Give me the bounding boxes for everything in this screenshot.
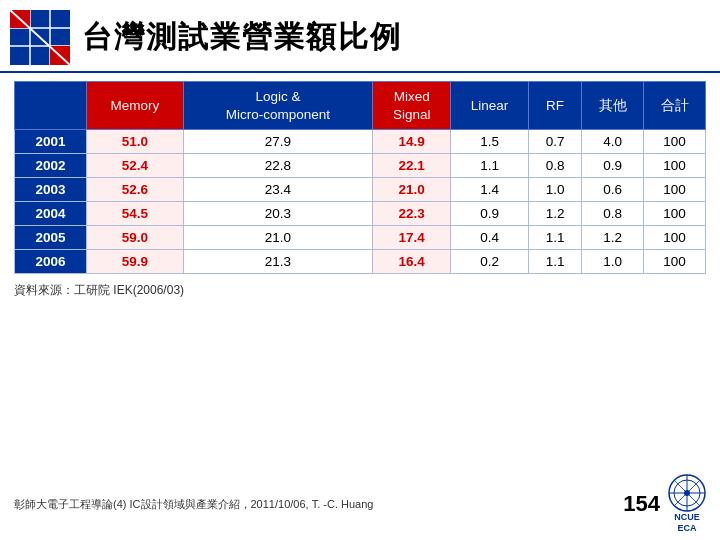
cell-total: 100 — [644, 250, 706, 274]
data-table-wrapper: Memory Logic &Micro-component MixedSigna… — [0, 81, 720, 274]
col-header-memory: Memory — [87, 82, 184, 130]
ncue-logo-badge: NCUE ECA — [668, 474, 706, 534]
cell-logic: 27.9 — [183, 130, 373, 154]
cell-year: 2006 — [15, 250, 87, 274]
cell-mixed: 22.1 — [373, 154, 451, 178]
table-body: 200151.027.914.91.50.74.0100200252.422.8… — [15, 130, 706, 274]
cell-linear: 0.9 — [451, 202, 529, 226]
col-header-total: 合計 — [644, 82, 706, 130]
cell-mixed: 16.4 — [373, 250, 451, 274]
cell-linear: 1.1 — [451, 154, 529, 178]
svg-point-14 — [684, 490, 690, 496]
source-citation: 資料來源：工研院 IEK(2006/03) — [0, 274, 720, 299]
cell-year: 2003 — [15, 178, 87, 202]
cell-year: 2005 — [15, 226, 87, 250]
cell-total: 100 — [644, 130, 706, 154]
header-logo — [10, 10, 70, 65]
cell-memory: 51.0 — [87, 130, 184, 154]
cell-rf: 0.7 — [528, 130, 581, 154]
cell-logic: 22.8 — [183, 154, 373, 178]
cell-rf: 1.1 — [528, 250, 581, 274]
cell-linear: 0.2 — [451, 250, 529, 274]
cell-mixed: 21.0 — [373, 178, 451, 202]
cell-rf: 1.2 — [528, 202, 581, 226]
cell-memory: 59.9 — [87, 250, 184, 274]
col-header-logic: Logic &Micro-component — [183, 82, 373, 130]
cell-memory: 54.5 — [87, 202, 184, 226]
cell-rf: 1.0 — [528, 178, 581, 202]
cell-total: 100 — [644, 202, 706, 226]
col-header-year — [15, 82, 87, 130]
col-header-linear: Linear — [451, 82, 529, 130]
cell-linear: 1.4 — [451, 178, 529, 202]
cell-memory: 52.4 — [87, 154, 184, 178]
cell-rf: 1.1 — [528, 226, 581, 250]
cell-year: 2004 — [15, 202, 87, 226]
footer-text: 彰師大電子工程導論(4) IC設計領域與產業介紹，2011/10/06, T. … — [14, 497, 373, 512]
cell-other: 1.0 — [582, 250, 644, 274]
cell-mixed: 14.9 — [373, 130, 451, 154]
cell-mixed: 22.3 — [373, 202, 451, 226]
page-header: 台灣測試業營業額比例 — [0, 0, 720, 73]
table-row: 200352.623.421.01.41.00.6100 — [15, 178, 706, 202]
cell-memory: 52.6 — [87, 178, 184, 202]
table-row: 200659.921.316.40.21.11.0100 — [15, 250, 706, 274]
table-row: 200454.520.322.30.91.20.8100 — [15, 202, 706, 226]
col-header-mixed: MixedSignal — [373, 82, 451, 130]
table-row: 200559.021.017.40.41.11.2100 — [15, 226, 706, 250]
footer-right: 154 NCUE ECA — [623, 474, 706, 534]
cell-memory: 59.0 — [87, 226, 184, 250]
cell-linear: 1.5 — [451, 130, 529, 154]
cell-logic: 23.4 — [183, 178, 373, 202]
col-header-rf: RF — [528, 82, 581, 130]
cell-logic: 21.0 — [183, 226, 373, 250]
cell-other: 1.2 — [582, 226, 644, 250]
cell-rf: 0.8 — [528, 154, 581, 178]
revenue-table: Memory Logic &Micro-component MixedSigna… — [14, 81, 706, 274]
cell-total: 100 — [644, 226, 706, 250]
page-number: 154 — [623, 491, 660, 517]
cell-other: 0.6 — [582, 178, 644, 202]
page-title: 台灣測試業營業額比例 — [82, 17, 402, 58]
table-header: Memory Logic &Micro-component MixedSigna… — [15, 82, 706, 130]
ncue-label: NCUE — [674, 512, 700, 523]
col-header-other: 其他 — [582, 82, 644, 130]
cell-other: 0.8 — [582, 202, 644, 226]
cell-logic: 21.3 — [183, 250, 373, 274]
cell-other: 4.0 — [582, 130, 644, 154]
table-row: 200252.422.822.11.10.80.9100 — [15, 154, 706, 178]
cell-total: 100 — [644, 154, 706, 178]
cell-total: 100 — [644, 178, 706, 202]
page-footer: 彰師大電子工程導論(4) IC設計領域與產業介紹，2011/10/06, T. … — [0, 474, 720, 534]
cell-year: 2002 — [15, 154, 87, 178]
cell-other: 0.9 — [582, 154, 644, 178]
eca-label: ECA — [677, 523, 696, 534]
cell-logic: 20.3 — [183, 202, 373, 226]
table-row: 200151.027.914.91.50.74.0100 — [15, 130, 706, 154]
cell-year: 2001 — [15, 130, 87, 154]
cell-linear: 0.4 — [451, 226, 529, 250]
cell-mixed: 17.4 — [373, 226, 451, 250]
